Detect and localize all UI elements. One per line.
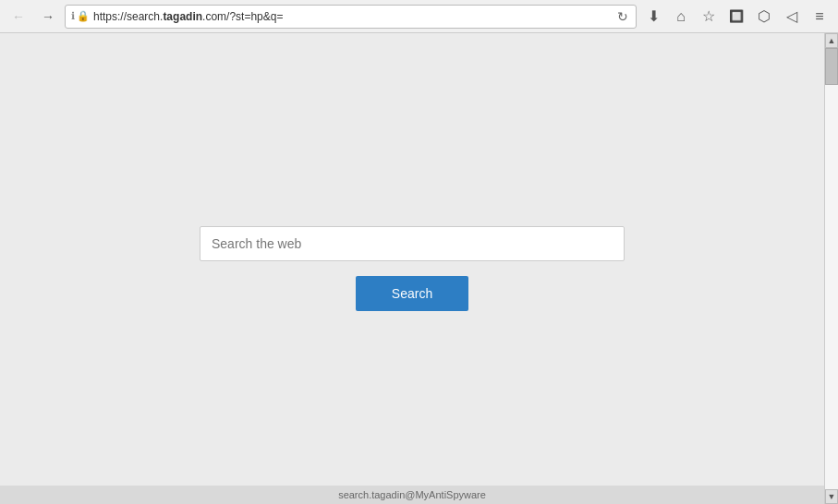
lock-manager-button[interactable]: 🔲 (723, 4, 749, 30)
address-prefix: https://search. (93, 10, 163, 23)
menu-button[interactable]: ≡ (807, 4, 832, 30)
page-content: Search search.tagadin@MyAntiSpyware (0, 33, 824, 504)
download-button[interactable]: ⬇ (640, 4, 666, 30)
reading-mode-button[interactable]: ◁ (779, 4, 805, 30)
bookmark-button[interactable]: ☆ (696, 4, 722, 30)
search-button-label: Search (392, 286, 432, 301)
address-text: https://search.tagadin.com/?st=hp&q= (93, 10, 612, 23)
scrollbar-down-button[interactable]: ▼ (825, 489, 838, 504)
address-bar[interactable]: ℹ 🔒 https://search.tagadin.com/?st=hp&q=… (65, 5, 637, 29)
reload-icon: ↻ (617, 9, 628, 24)
lock-icon: 🔒 (77, 10, 90, 22)
scrollbar-up-icon: ▲ (828, 36, 836, 45)
pocket-icon: ⬡ (758, 7, 771, 25)
back-icon: ← (12, 9, 25, 24)
bookmark-icon: ☆ (702, 7, 715, 25)
menu-icon: ≡ (815, 8, 823, 25)
search-container: Search (200, 226, 625, 311)
download-icon: ⬇ (648, 7, 660, 25)
scrollbar-track[interactable] (825, 48, 838, 489)
pocket-button[interactable]: ⬡ (751, 4, 777, 30)
info-icon: ℹ (71, 10, 75, 22)
scrollbar-thumb[interactable] (825, 48, 838, 85)
reload-button[interactable]: ↻ (615, 9, 630, 24)
search-input[interactable] (200, 226, 625, 261)
scrollbar: ▲ ▼ (824, 33, 838, 504)
address-suffix: .com/?st=hp&q= (202, 10, 283, 23)
lock-manager-icon: 🔲 (729, 9, 744, 23)
search-button[interactable]: Search (356, 276, 468, 311)
scrollbar-up-button[interactable]: ▲ (825, 33, 838, 48)
browser-chrome: ← → ℹ 🔒 https://search.tagadin.com/?st=h… (0, 0, 838, 33)
security-icons: ℹ 🔒 (71, 10, 90, 22)
home-icon: ⌂ (676, 8, 686, 25)
address-domain: tagadin (163, 10, 202, 23)
home-button[interactable]: ⌂ (668, 4, 694, 30)
toolbar: ← → ℹ 🔒 https://search.tagadin.com/?st=h… (0, 0, 838, 33)
browser-content-wrapper: Search search.tagadin@MyAntiSpyware ▲ ▼ (0, 33, 838, 504)
toolbar-icons: ⬇ ⌂ ☆ 🔲 ⬡ ◁ ≡ (640, 4, 832, 30)
bottom-bar: search.tagadin@MyAntiSpyware (0, 486, 824, 504)
back-button[interactable]: ← (6, 4, 31, 30)
forward-icon: → (42, 9, 55, 24)
bottom-text: search.tagadin@MyAntiSpyware (338, 489, 486, 500)
forward-button[interactable]: → (35, 4, 61, 30)
scrollbar-down-icon: ▼ (828, 492, 836, 501)
reading-icon: ◁ (786, 7, 797, 25)
